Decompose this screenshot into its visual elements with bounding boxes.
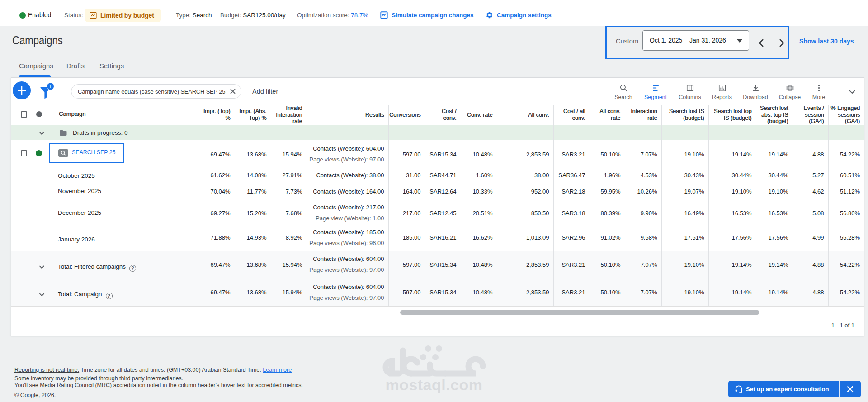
svg-text:1: 1 [49,84,52,89]
